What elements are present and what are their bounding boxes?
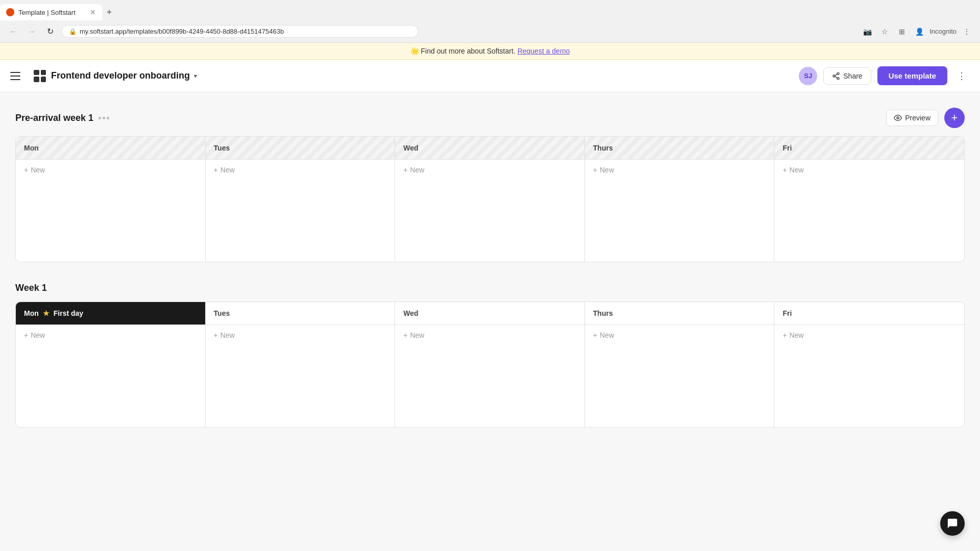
- week1-day-body-wed: + New: [395, 325, 584, 427]
- plus-icon: +: [214, 166, 218, 174]
- plus-icon: +: [403, 331, 407, 339]
- week1-title-wrap: Week 1: [15, 283, 47, 293]
- section-title: Pre-arrival week 1: [15, 113, 93, 123]
- svg-line-3: [835, 77, 838, 78]
- app-header: Frontend developer onboarding ▾ SJ Share…: [0, 60, 980, 92]
- section-title-wrap: Pre-arrival week 1: [15, 113, 109, 123]
- col-wed: Wed + New: [395, 137, 585, 262]
- week1-day-header-fri: Fri: [774, 302, 964, 325]
- day-header-tues: Tues: [206, 137, 395, 160]
- new-item-fri[interactable]: + New: [782, 166, 956, 174]
- col-mon: Mon + New: [16, 137, 206, 262]
- reload-button[interactable]: ↻: [43, 24, 57, 39]
- menu-icon[interactable]: ⋮: [960, 24, 974, 39]
- new-label: New: [790, 331, 804, 339]
- chevron-down-icon[interactable]: ▾: [194, 72, 197, 80]
- pre-arrival-calendar: Mon + New Tues + New: [15, 136, 965, 262]
- new-label: New: [790, 166, 804, 174]
- day-header-fri: Fri: [774, 137, 964, 160]
- notification-bar: 🌟 Find out more about Softstart. Request…: [0, 43, 980, 60]
- lock-icon: 🔒: [69, 28, 77, 35]
- week1-new-item-mon[interactable]: + New: [24, 331, 197, 339]
- preview-button[interactable]: Preview: [886, 110, 938, 126]
- day-body-thurs: + New: [585, 160, 774, 262]
- week1-col-tues: Tues + New: [206, 302, 396, 427]
- svg-point-1: [833, 75, 835, 77]
- new-item-tues[interactable]: + New: [214, 166, 387, 174]
- week1-col-mon: Mon ★ First day + New: [16, 302, 206, 427]
- browser-toolbar: ← → ↻ 🔒 my.softstart.app/templates/b00f8…: [0, 20, 980, 43]
- week1-day-body-tues: + New: [206, 325, 395, 427]
- svg-point-0: [837, 72, 839, 74]
- week1-day-header-mon: Mon ★ First day: [16, 302, 205, 325]
- new-item-thurs[interactable]: + New: [593, 166, 766, 174]
- back-button[interactable]: ←: [6, 24, 20, 39]
- chat-bubble-button[interactable]: [940, 511, 965, 536]
- grid-view-icon[interactable]: [34, 70, 46, 82]
- hamburger-line: [10, 72, 20, 73]
- address-bar[interactable]: 🔒 my.softstart.app/templates/b00f899b-42…: [61, 25, 419, 38]
- hamburger-line: [10, 79, 20, 80]
- new-label: New: [600, 331, 614, 339]
- week1-day-body-mon: + New: [16, 325, 205, 427]
- week1-mon-label: Mon: [24, 309, 39, 317]
- new-label: New: [410, 166, 424, 174]
- week1-section-header: Week 1: [15, 283, 965, 293]
- day-body-tues: + New: [206, 160, 395, 262]
- col-thurs: Thurs + New: [585, 137, 775, 262]
- week1-new-item-fri[interactable]: + New: [782, 331, 956, 339]
- share-icon: [832, 72, 840, 80]
- plus-icon: +: [782, 166, 787, 174]
- new-item-mon[interactable]: + New: [24, 166, 197, 174]
- tab-close-button[interactable]: ✕: [90, 8, 96, 16]
- new-item-wed[interactable]: + New: [403, 166, 576, 174]
- incognito-label: Incognito: [929, 28, 957, 35]
- extension-icon[interactable]: ⊞: [895, 24, 909, 39]
- week1-day-header-tues: Tues: [206, 302, 395, 325]
- week1-new-item-wed[interactable]: + New: [403, 331, 576, 339]
- camera-icon[interactable]: 📷: [860, 24, 874, 39]
- week1-new-item-tues[interactable]: + New: [214, 331, 387, 339]
- week1-new-item-thurs[interactable]: + New: [593, 331, 766, 339]
- avatar: SJ: [799, 67, 817, 85]
- profile-icon[interactable]: 👤: [912, 24, 926, 39]
- hamburger-button[interactable]: [10, 68, 27, 84]
- week1-section: Week 1 Mon ★ First day + New: [15, 283, 965, 428]
- section-actions: Preview +: [886, 108, 965, 128]
- active-tab[interactable]: Template | Softstart ✕: [0, 4, 102, 20]
- week1-col-fri: Fri + New: [774, 302, 964, 427]
- bookmark-icon[interactable]: ☆: [877, 24, 892, 39]
- request-demo-link[interactable]: Request a demo: [518, 47, 570, 55]
- toolbar-right: 📷 ☆ ⊞ 👤 Incognito ⋮: [860, 24, 974, 39]
- hamburger-line: [10, 76, 20, 77]
- section-options-button[interactable]: [99, 117, 109, 119]
- day-header-thurs: Thurs: [585, 137, 774, 160]
- page-title: Frontend developer onboarding: [51, 70, 190, 81]
- day-header-mon: Mon: [16, 137, 205, 160]
- week1-col-wed: Wed + New: [395, 302, 585, 427]
- notification-text: 🌟 Find out more about Softstart.: [410, 47, 516, 55]
- share-button[interactable]: Share: [823, 67, 871, 85]
- preview-icon: [894, 114, 902, 122]
- day-body-fri: + New: [774, 160, 964, 262]
- new-label: New: [31, 331, 45, 339]
- week1-day-body-thurs: + New: [585, 325, 774, 427]
- new-label: New: [220, 331, 235, 339]
- tab-label: Template | Softstart: [18, 9, 76, 16]
- day-body-wed: + New: [395, 160, 584, 262]
- url-text: my.softstart.app/templates/b00f899b-4249…: [80, 28, 284, 35]
- more-options-button[interactable]: ⋮: [953, 68, 970, 84]
- pre-arrival-section: Pre-arrival week 1 Preview + Mon: [15, 108, 965, 262]
- plus-icon: +: [214, 331, 218, 339]
- col-fri: Fri + New: [774, 137, 964, 262]
- browser-chrome: Template | Softstart ✕ + ← → ↻ 🔒 my.soft…: [0, 0, 980, 43]
- add-button[interactable]: +: [944, 108, 965, 128]
- use-template-button[interactable]: Use template: [877, 66, 947, 85]
- new-tab-button[interactable]: +: [102, 5, 116, 19]
- svg-line-4: [835, 74, 838, 76]
- plus-icon: +: [782, 331, 787, 339]
- share-label: Share: [843, 72, 862, 80]
- plus-icon: +: [24, 166, 28, 174]
- forward-button[interactable]: →: [24, 24, 39, 39]
- preview-label: Preview: [905, 114, 930, 122]
